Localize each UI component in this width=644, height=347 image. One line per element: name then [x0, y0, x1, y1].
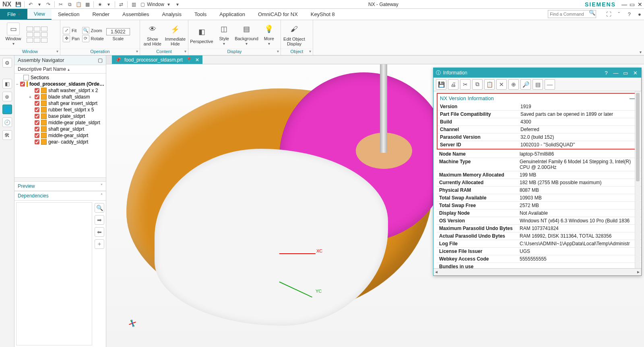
tree-checkbox[interactable]: [35, 140, 39, 144]
info-print-icon[interactable]: 🖨: [448, 79, 458, 90]
tree-checkbox[interactable]: [35, 120, 39, 125]
tree-item[interactable]: shaft gear_sldprt: [16, 126, 104, 132]
zoom-button[interactable]: 🔍Zoom: [82, 27, 104, 34]
background-button[interactable]: ▤Background▾: [236, 23, 258, 46]
resource-tools-icon[interactable]: 🛠: [2, 130, 12, 140]
info-copy-icon[interactable]: ⧉: [472, 79, 483, 90]
tree-checkbox[interactable]: [35, 94, 39, 99]
tab-analysis[interactable]: Analysis: [156, 9, 188, 20]
tree-item[interactable]: rubber feet_sldprt x 5: [16, 107, 104, 113]
dependencies-header[interactable]: Dependencies˄: [14, 191, 106, 201]
window-outline-icon[interactable]: ▢: [139, 1, 146, 8]
undo-icon[interactable]: ↶: [27, 1, 34, 8]
tree-root[interactable]: −food_processor_sldasm (Orde…: [16, 81, 104, 87]
tab-assemblies[interactable]: Assemblies: [116, 9, 155, 20]
resource-history-icon[interactable]: 🕘: [2, 117, 12, 127]
qat-overflow-icon[interactable]: ▾: [174, 1, 181, 8]
tab-view[interactable]: View: [27, 9, 52, 20]
switch-icon[interactable]: ⇄: [118, 1, 125, 8]
nav-undock-icon[interactable]: ▢: [98, 57, 103, 63]
scale-input[interactable]: 1.5022: [106, 28, 130, 35]
immediate-hide-button[interactable]: ⚡Immediate Hide: [165, 23, 186, 46]
view-triad[interactable]: [121, 315, 137, 331]
info-titlebar[interactable]: ⓘ Information ? — ▭ ✕: [433, 68, 641, 78]
info-hscroll[interactable]: ◂▸: [433, 268, 641, 275]
info-paste-icon[interactable]: 📋: [484, 79, 495, 90]
tree-item[interactable]: base plate_sldprt: [16, 113, 104, 119]
tree-item[interactable]: shaft gear insert_sldprt: [16, 100, 104, 107]
tree-item[interactable]: middle-gear_sldprt: [16, 132, 104, 139]
tab-keyshot[interactable]: KeyShot 8: [304, 9, 341, 20]
info-section-collapse-icon[interactable]: —: [630, 95, 635, 101]
pan-button[interactable]: ✥Pan: [63, 35, 80, 42]
tree-item[interactable]: shaft washer_sldprt x 2: [16, 87, 104, 94]
window-layout-grid[interactable]: [27, 27, 47, 43]
cut-icon[interactable]: ✂: [57, 1, 64, 8]
style-button[interactable]: ◫Style▾: [215, 23, 233, 46]
info-vscroll-thumb[interactable]: [636, 93, 640, 181]
tab-application[interactable]: Application: [213, 9, 252, 20]
tree-item[interactable]: gear- caddy_sldprt: [16, 139, 104, 145]
tab-render[interactable]: Render: [86, 9, 116, 20]
tab-tools[interactable]: Tools: [188, 9, 213, 20]
window-menu-label[interactable]: Window: [147, 2, 164, 7]
tree-checkbox[interactable]: [35, 107, 39, 112]
info-cut-icon[interactable]: ✂: [460, 79, 471, 90]
dep-back-icon[interactable]: ⬅: [95, 227, 104, 237]
tree-item[interactable]: middle-gear plate_sldprt: [16, 119, 104, 126]
show-hide-button[interactable]: 👁Show and Hide: [142, 23, 163, 46]
favorites-icon[interactable]: ★: [96, 1, 103, 8]
window-menu-chevron-icon[interactable]: ▾: [165, 1, 172, 8]
tab-selection[interactable]: Selection: [52, 9, 86, 20]
preview-header[interactable]: Preview˅: [14, 181, 106, 191]
more-display-button[interactable]: 💡More▾: [260, 23, 279, 46]
close-button[interactable]: ✕: [636, 1, 644, 8]
resource-assembly-icon[interactable]: ⊕: [2, 92, 12, 101]
info-vscroll[interactable]: [635, 91, 640, 268]
tree-hscroll[interactable]: [14, 177, 106, 181]
rotate-button[interactable]: ⟳Rotate: [82, 35, 104, 42]
info-minimize-icon[interactable]: —: [612, 70, 619, 76]
info-collapse-icon[interactable]: —: [545, 79, 555, 90]
fit-button[interactable]: ⤢Fit: [63, 27, 80, 34]
info-delete-icon[interactable]: ✕: [496, 79, 507, 90]
save-icon[interactable]: 💾: [14, 1, 22, 8]
copy-icon[interactable]: ⧉: [66, 1, 73, 8]
edit-object-display-button[interactable]: 🖌Edit Object Display: [283, 23, 305, 46]
tree-checkbox[interactable]: [35, 101, 39, 106]
pin-icon[interactable]: 📌: [115, 57, 121, 63]
resource-cube-icon[interactable]: ◧: [2, 79, 12, 88]
perspective-button[interactable]: ◧Perspective: [191, 25, 213, 44]
viewport[interactable]: XC YC ⓘ Information ? — ▭ ✕ 💾 🖨 ✂ ⧉: [106, 64, 644, 347]
info-close-icon[interactable]: ✕: [632, 70, 639, 76]
fullscreen-icon[interactable]: ⛶: [605, 9, 612, 20]
tab-omnicad[interactable]: OmniCAD for NX: [252, 9, 304, 20]
search-icon[interactable]: 🔍: [589, 10, 595, 21]
dep-forward-icon[interactable]: ➡: [95, 215, 104, 225]
redo-icon[interactable]: ↷: [45, 1, 52, 8]
windows-icon[interactable]: ▥: [130, 1, 137, 8]
nav-column-header[interactable]: Descriptive Part Name ▴: [14, 65, 106, 74]
information-window[interactable]: ⓘ Information ? — ▭ ✕ 💾 🖨 ✂ ⧉ 📋 ✕ ⊕ 🔎: [433, 68, 642, 276]
assembly-tree[interactable]: Sections −food_processor_sldasm (Orde… s…: [14, 74, 106, 177]
resource-web-icon[interactable]: 🌐: [2, 105, 12, 114]
document-tab[interactable]: 📌 food_processor_sldasm.prt 📍 ✕: [112, 55, 202, 64]
file-menu[interactable]: File▾: [0, 9, 27, 20]
qa-icon[interactable]: ▦: [84, 1, 91, 8]
dep-search-icon[interactable]: 🔍: [95, 203, 104, 213]
info-wrap-icon[interactable]: ▤: [533, 79, 543, 90]
help-icon[interactable]: ?: [625, 9, 633, 20]
tree-checkbox[interactable]: [35, 114, 39, 119]
info-maximize-icon[interactable]: ▭: [622, 70, 629, 76]
resource-gear-icon[interactable]: ⚙: [2, 58, 12, 68]
ribbon-collapse-icon[interactable]: ˇ: [615, 9, 623, 20]
info-help-icon[interactable]: ?: [603, 70, 610, 76]
info-target-icon[interactable]: ⊕: [508, 79, 519, 90]
tree-checkbox[interactable]: [20, 82, 25, 86]
paste-icon[interactable]: 📋: [75, 1, 82, 8]
settings-dot-icon[interactable]: ●: [636, 9, 643, 20]
pin-toggle-icon[interactable]: 📍: [186, 57, 192, 63]
tree-checkbox[interactable]: [35, 88, 39, 93]
window-button[interactable]: ▭Window▾: [2, 23, 24, 46]
minimize-button[interactable]: —: [620, 1, 628, 8]
